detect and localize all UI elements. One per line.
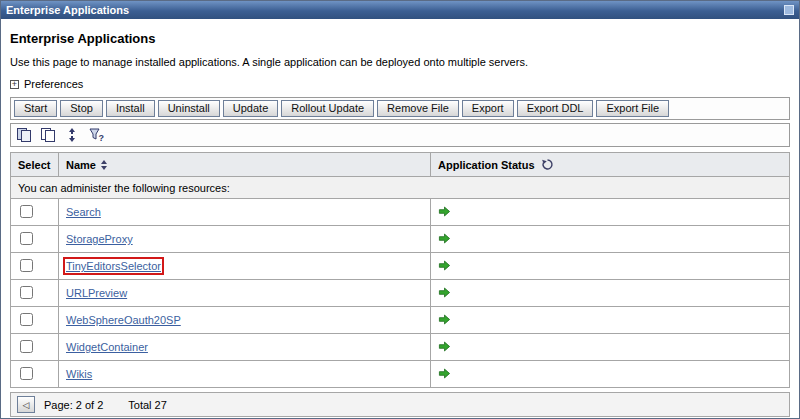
table-row: WebSphereOauth20SP (11, 307, 790, 334)
name-cell: URLPreview (59, 280, 431, 307)
status-cell (431, 361, 790, 388)
started-status-icon (438, 259, 451, 272)
row-checkbox[interactable] (20, 232, 33, 245)
table-icon-bar: ? (10, 123, 790, 147)
started-status-icon (438, 286, 451, 299)
table-row: StorageProxy (11, 226, 790, 253)
table-caption-row: You can administer the following resourc… (11, 177, 790, 199)
row-checkbox[interactable] (20, 205, 33, 218)
clear-filter-icon[interactable]: ? (87, 126, 105, 144)
select-cell (11, 199, 59, 226)
select-cell (11, 307, 59, 334)
name-cell: TinyEditorsSelector (59, 253, 431, 280)
app-table-body: You can administer the following resourc… (11, 177, 790, 388)
toolbar-button-start[interactable]: Start (14, 100, 57, 117)
enterprise-applications-window: Enterprise Applications Enterprise Appli… (0, 0, 800, 419)
started-status-icon (438, 205, 451, 218)
show-filter-icon[interactable] (63, 126, 81, 144)
toolbar-button-update[interactable]: Update (223, 100, 278, 117)
select-cell (11, 226, 59, 253)
toolbar-button-remove-file[interactable]: Remove File (377, 100, 459, 117)
status-column-header[interactable]: Application Status (431, 153, 790, 177)
page-description: Use this page to manage installed applic… (10, 56, 790, 68)
name-sort-icon[interactable] (101, 160, 107, 170)
started-status-icon (438, 313, 451, 326)
status-cell (431, 226, 790, 253)
select-column-header: Select (11, 153, 59, 177)
name-cell: Search (59, 199, 431, 226)
status-cell (431, 199, 790, 226)
name-cell: WebSphereOauth20SP (59, 307, 431, 334)
app-link[interactable]: URLPreview (66, 287, 127, 299)
table-row: URLPreview (11, 280, 790, 307)
app-link[interactable]: TinyEditorsSelector (66, 260, 161, 272)
action-button-bar: StartStopInstallUninstallUpdateRollout U… (10, 97, 790, 120)
previous-page-button[interactable]: ◁ (17, 396, 35, 413)
pagination-bar: ◁ Page: 2 of 2 Total 27 (10, 392, 790, 417)
expand-plus-icon[interactable]: + (10, 80, 19, 89)
select-cell (11, 253, 59, 280)
app-link[interactable]: WidgetContainer (66, 341, 148, 353)
status-cell (431, 334, 790, 361)
started-status-icon (438, 232, 451, 245)
select-cell (11, 280, 59, 307)
app-link[interactable]: WebSphereOauth20SP (66, 314, 181, 326)
toolbar-button-export-ddl[interactable]: Export DDL (517, 100, 594, 117)
toolbar-button-install[interactable]: Install (106, 100, 155, 117)
table-caption: You can administer the following resourc… (11, 177, 790, 199)
started-status-icon (438, 367, 451, 380)
table-row: WidgetContainer (11, 334, 790, 361)
row-checkbox[interactable] (20, 313, 33, 326)
app-link[interactable]: StorageProxy (66, 233, 133, 245)
table-row: TinyEditorsSelector (11, 253, 790, 280)
toolbar-button-export[interactable]: Export (462, 100, 514, 117)
row-checkbox[interactable] (20, 286, 33, 299)
status-cell (431, 307, 790, 334)
deselect-all-icon[interactable] (39, 126, 57, 144)
app-link[interactable]: Search (66, 206, 101, 218)
preferences-expander[interactable]: + Preferences (10, 78, 790, 90)
window-title: Enterprise Applications (6, 4, 784, 16)
status-cell (431, 253, 790, 280)
page-content: Enterprise Applications Use this page to… (1, 19, 799, 417)
row-checkbox[interactable] (20, 259, 33, 272)
table-row: Wikis (11, 361, 790, 388)
page-title: Enterprise Applications (10, 31, 790, 46)
toolbar-button-export-file[interactable]: Export File (596, 100, 669, 117)
select-cell (11, 361, 59, 388)
svg-text:?: ? (99, 133, 105, 143)
toolbar-button-uninstall[interactable]: Uninstall (158, 100, 220, 117)
preferences-label: Preferences (24, 78, 83, 90)
titlebar-window-icon[interactable] (784, 5, 794, 15)
total-count: Total 27 (128, 399, 167, 411)
refresh-status-icon[interactable] (541, 158, 554, 171)
status-cell (431, 280, 790, 307)
table-header-row: Select Name Application Status (11, 153, 790, 177)
name-cell: StorageProxy (59, 226, 431, 253)
app-link[interactable]: Wikis (66, 368, 92, 380)
row-checkbox[interactable] (20, 340, 33, 353)
toolbar-button-stop[interactable]: Stop (60, 100, 103, 117)
name-column-header[interactable]: Name (59, 153, 431, 177)
window-titlebar: Enterprise Applications (1, 1, 799, 19)
table-row: Search (11, 199, 790, 226)
started-status-icon (438, 340, 451, 353)
name-cell: Wikis (59, 361, 431, 388)
row-checkbox[interactable] (20, 367, 33, 380)
name-cell: WidgetContainer (59, 334, 431, 361)
page-indicator: Page: 2 of 2 (44, 399, 103, 411)
applications-table: Select Name Application Status (10, 152, 790, 388)
toolbar-button-rollout-update[interactable]: Rollout Update (281, 100, 374, 117)
select-cell (11, 334, 59, 361)
select-all-icon[interactable] (15, 126, 33, 144)
